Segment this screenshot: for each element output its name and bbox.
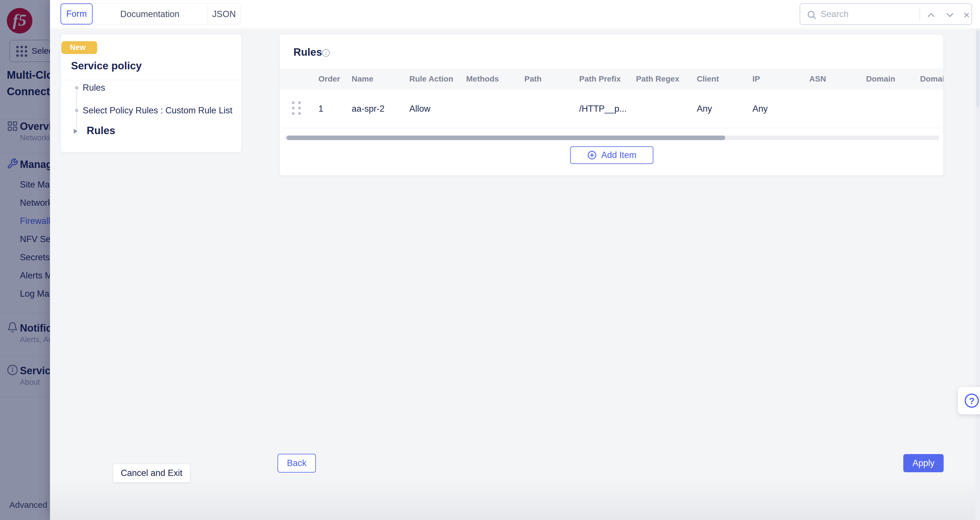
sidebar-item-site-management[interactable]: Site Man bbox=[20, 180, 50, 192]
overview-grid-icon bbox=[7, 120, 18, 132]
sidebar-item-overview[interactable]: Overvi bbox=[20, 120, 50, 132]
sidebar-item-notifications[interactable]: Notific bbox=[20, 322, 50, 334]
drag-handle-icon[interactable] bbox=[292, 101, 302, 116]
footer-gradient bbox=[50, 477, 980, 520]
column-header-domain-2: Domain bbox=[920, 75, 943, 83]
overview-caption: Networki bbox=[20, 134, 50, 142]
sidebar-item-firewall[interactable]: Firewall bbox=[20, 216, 50, 228]
cell-client: Any bbox=[697, 104, 752, 114]
sidebar-item-manage[interactable]: Manag bbox=[20, 159, 50, 171]
column-header-ip: IP bbox=[752, 75, 809, 83]
rules-card-title: Rules bbox=[293, 46, 322, 58]
advanced-nav-label[interactable]: Advanced nav bbox=[10, 500, 50, 510]
cell-order: 1 bbox=[318, 104, 352, 114]
help-button[interactable]: ? bbox=[958, 387, 980, 414]
back-button[interactable]: Back bbox=[277, 454, 316, 472]
column-header-path: Path bbox=[524, 75, 579, 83]
table-row: 1 aa-spr-2 Allow /HTTP__p... Any Any bbox=[280, 89, 943, 128]
left-sidebar: f5 Select s Multi-Clo Connect Overvi Net… bbox=[0, 0, 50, 520]
cell-name: aa-spr-2 bbox=[352, 104, 409, 114]
column-header-asn: ASN bbox=[809, 75, 866, 83]
help-icon: ? bbox=[965, 394, 979, 408]
select-service-label: Select s bbox=[32, 46, 50, 56]
vertical-scrollbar bbox=[975, 29, 980, 520]
view-tabs: Form Documentation JSON bbox=[60, 3, 241, 25]
tab-documentation[interactable]: Documentation bbox=[92, 4, 207, 25]
rules-card: Rules i Order Name Rule Action Methods P… bbox=[279, 34, 943, 175]
wizard-panel: New Service policy Rules Select Policy R… bbox=[60, 34, 242, 153]
search-icon bbox=[807, 10, 817, 20]
sidebar-divider bbox=[0, 355, 50, 356]
f5-logo: f5 bbox=[7, 8, 32, 33]
service-caption: About bbox=[20, 378, 40, 387]
column-header-name: Name bbox=[352, 75, 409, 83]
horizontal-scrollbar bbox=[285, 136, 939, 140]
modal-top-bar: Form Documentation JSON bbox=[50, 0, 980, 29]
wizard-step-select-policy-rules[interactable]: Select Policy Rules : Custom Rule List bbox=[83, 105, 232, 116]
vertical-scrollbar-thumb[interactable] bbox=[976, 31, 979, 107]
select-service-button[interactable]: Select s bbox=[10, 40, 50, 62]
column-header-order: Order bbox=[318, 75, 352, 83]
apply-button[interactable]: Apply bbox=[903, 454, 943, 472]
sidebar-item-networking[interactable]: Network bbox=[20, 198, 50, 210]
add-item-label: Add Item bbox=[601, 150, 636, 160]
chevron-down-icon[interactable] bbox=[946, 11, 954, 19]
sidebar-item-nfv-services[interactable]: NFV Ser bbox=[20, 234, 50, 247]
cell-rule-action: Allow bbox=[409, 104, 466, 114]
apps-grid-icon bbox=[16, 46, 27, 57]
column-header-path-prefix: Path Prefix bbox=[579, 75, 636, 83]
sidebar-divider bbox=[0, 397, 50, 397]
info-icon[interactable]: i bbox=[322, 49, 330, 57]
cell-path-prefix: /HTTP__p... bbox=[579, 104, 636, 114]
wizard-title: Service policy bbox=[71, 60, 142, 72]
add-item-button[interactable]: Add Item bbox=[570, 146, 653, 164]
step-dot bbox=[75, 86, 78, 89]
service-policy-modal: Form Documentation JSON New Service poli… bbox=[50, 0, 980, 520]
search-divider bbox=[920, 8, 920, 21]
search-bar bbox=[800, 3, 972, 25]
info-circle-icon bbox=[7, 364, 18, 376]
column-header-path-regex: Path Regex bbox=[636, 75, 697, 83]
new-badge: New bbox=[61, 41, 97, 54]
column-header-client: Client bbox=[697, 75, 752, 83]
wizard-divider-notch bbox=[71, 77, 77, 83]
column-header-methods: Methods bbox=[466, 75, 524, 83]
plus-circle-icon bbox=[587, 150, 597, 160]
tab-json[interactable]: JSON bbox=[207, 4, 240, 25]
column-header-domain: Domain bbox=[866, 75, 920, 83]
wizard-step-rules[interactable]: Rules bbox=[83, 83, 105, 93]
table-header-row: Order Name Rule Action Methods Path Path… bbox=[280, 69, 943, 89]
sidebar-item-service[interactable]: Service bbox=[20, 365, 50, 377]
column-header-rule-action: Rule Action bbox=[409, 75, 466, 83]
step-dot bbox=[75, 109, 78, 112]
horizontal-scrollbar-thumb[interactable] bbox=[286, 136, 725, 140]
tab-form[interactable]: Form bbox=[60, 3, 92, 24]
chevron-up-icon[interactable] bbox=[927, 11, 935, 19]
sidebar-item-secrets[interactable]: Secrets bbox=[20, 252, 50, 265]
cell-ip: Any bbox=[752, 104, 809, 114]
product-title-line2: Connect bbox=[7, 84, 50, 99]
sidebar-item-log-management[interactable]: Log Man bbox=[20, 289, 50, 301]
search-input[interactable] bbox=[821, 4, 915, 24]
notifications-caption: Alerts, Au bbox=[20, 335, 50, 344]
wizard-step-rules-current[interactable]: Rules bbox=[87, 125, 115, 137]
sidebar-item-alerts-management[interactable]: Alerts M bbox=[20, 271, 50, 283]
close-icon[interactable] bbox=[963, 11, 970, 19]
sidebar-divider bbox=[0, 313, 50, 313]
current-step-arrow-icon bbox=[74, 129, 77, 134]
bell-icon bbox=[7, 322, 18, 333]
cancel-and-exit-button[interactable]: Cancel and Exit bbox=[113, 464, 190, 482]
wrench-icon bbox=[7, 158, 18, 169]
product-title-line1: Multi-Clo bbox=[7, 68, 50, 82]
